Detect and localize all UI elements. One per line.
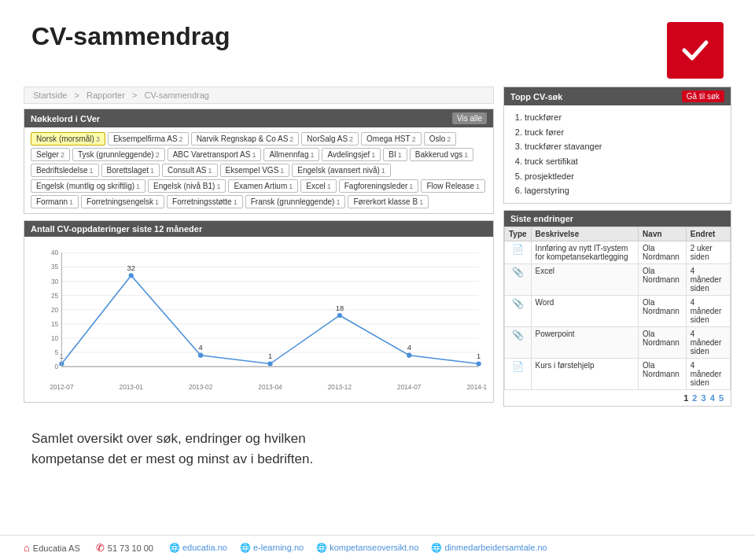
top-cv-item[interactable]: truckfører stavanger	[525, 139, 723, 154]
paperclip-icon: 📎	[512, 267, 524, 278]
keyword-tag[interactable]: Omega HST 2	[361, 132, 422, 146]
top-cv-item[interactable]: truckfører	[525, 110, 723, 125]
row-type-icon: 📄	[505, 359, 532, 390]
row-description: Powerpoint	[531, 327, 638, 359]
keyword-tag[interactable]: Bedriftsledelse 1	[31, 164, 99, 177]
pagination-page-2[interactable]: 2	[692, 393, 697, 403]
keyword-badge: 1	[280, 167, 284, 175]
chart-svg: 403530252015105012012-07322013-0142013-0…	[31, 243, 487, 392]
keyword-tag[interactable]: Forretningsengelsk 1	[81, 195, 164, 208]
keyword-tag[interactable]: Avdelingsjef 1	[322, 148, 381, 161]
keyword-tag[interactable]: Allmennfag 1	[263, 148, 319, 161]
keyword-badge: 1	[136, 182, 140, 190]
keyword-tag[interactable]: BI 1	[383, 148, 407, 161]
pagination-page-3[interactable]: 3	[702, 393, 706, 403]
keyword-tag[interactable]: Engelsk (muntlig og skriftlig) 1	[31, 179, 145, 193]
keyword-tag[interactable]: Selger 2	[31, 148, 70, 161]
footer-company: ⌂ Educatia AS	[24, 542, 80, 554]
keyword-badge: 3	[96, 135, 100, 143]
keyword-badge: 1	[398, 151, 402, 159]
keyword-tag[interactable]: Tysk (grunnleggende) 2	[72, 148, 165, 161]
footer-link-text: e-learning.no	[253, 543, 304, 552]
row-endret: 4 måneder siden	[686, 327, 730, 359]
footer-link[interactable]: 🌐 educatia.no	[169, 543, 227, 553]
changes-section-header: Siste endringer	[504, 211, 731, 227]
changes-col-header: Type	[505, 227, 532, 241]
keyword-badge: 1	[371, 151, 375, 159]
breadcrumb-cv[interactable]: CV-sammendrag	[144, 90, 209, 100]
keyword-badge: 1	[381, 167, 385, 175]
breadcrumb-rapporter[interactable]: Rapporter	[87, 90, 125, 100]
svg-point-31	[337, 313, 342, 318]
top-cv-item[interactable]: prosjektleder	[525, 169, 723, 184]
keyword-tag[interactable]: Narvik Regnskap & Co AS 2	[191, 132, 300, 146]
keywords-section: Nøkkelord i CVer Vis alle Norsk (morsmål…	[24, 109, 494, 214]
keyword-badge: 1	[419, 198, 423, 206]
top-cv-item[interactable]: lagerstyring	[525, 183, 723, 198]
keyword-tag[interactable]: Fagforeningsleder 1	[339, 179, 419, 193]
keyword-tag[interactable]: Excel 1	[300, 179, 336, 193]
paperclip-icon: 📎	[512, 298, 524, 309]
keyword-tag[interactable]: Bakkerud vgs 1	[410, 148, 474, 161]
row-endret: 4 måneder siden	[686, 359, 730, 390]
vis-alle-button[interactable]: Vis alle	[452, 112, 487, 124]
keyword-tag[interactable]: Forretningsstøtte 1	[167, 195, 243, 208]
footer-link[interactable]: 🌐 kompetanseoversikt.no	[316, 543, 418, 553]
top-cv-item[interactable]: truck fører	[525, 125, 723, 140]
ga-til-sok-button[interactable]: Gå til søk	[682, 90, 724, 102]
keyword-tag[interactable]: Borettslaget 1	[101, 164, 160, 177]
keyword-tag[interactable]: Examen Artium 1	[228, 179, 298, 193]
keyword-badge: 1	[234, 198, 238, 206]
row-navn: Ola Nordmann	[639, 264, 687, 296]
top-cv-item[interactable]: truck sertifikat	[525, 154, 723, 169]
pagination-page-5[interactable]: 5	[719, 393, 724, 403]
changes-col-header: Navn	[639, 227, 687, 241]
svg-point-22	[129, 273, 134, 278]
keyword-tag[interactable]: Engelsk (avansert nivå) 1	[292, 164, 391, 177]
building-icon: ⌂	[24, 542, 30, 554]
row-navn: Ola Nordmann	[639, 296, 687, 327]
keyword-tag[interactable]: Formann 1	[31, 195, 79, 208]
page-title: CV-sammendrag	[31, 22, 230, 51]
chart-section-title: Antall CV-oppdateringer siste 12 måneder	[24, 221, 493, 237]
row-type-icon: 📎	[505, 327, 532, 359]
main-content: Startside > Rapporter > CV-sammendrag Nø…	[0, 87, 755, 413]
keyword-tag[interactable]: Consult AS 1	[162, 164, 218, 177]
keyword-tag[interactable]: Oslo 2	[424, 132, 457, 146]
svg-text:10: 10	[51, 335, 59, 342]
keywords-section-title: Nøkkelord i CVer	[31, 114, 100, 123]
row-navn: Ola Nordmann	[639, 327, 687, 359]
footer-link[interactable]: 🌐 e-learning.no	[240, 543, 304, 553]
keyword-tag[interactable]: Flow Release 1	[421, 179, 485, 193]
keyword-badge: 2	[289, 135, 293, 143]
top-cv-title: Topp CV-søk	[510, 92, 562, 101]
svg-text:2013-01: 2013-01	[120, 384, 144, 391]
globe-icon: 🌐	[240, 543, 253, 552]
footer-phone: ✆ 51 73 10 00	[96, 542, 153, 554]
pagination-page-4[interactable]: 4	[710, 393, 715, 403]
keyword-tag[interactable]: Eksempel VGS 1	[220, 164, 290, 177]
keyword-badge: 1	[69, 198, 73, 206]
svg-text:20: 20	[51, 307, 59, 314]
bottom-line1: Samlet oversikt over søk, endringer og h…	[31, 429, 724, 449]
keyword-tag[interactable]: ABC Varetransport AS 1	[168, 148, 262, 161]
svg-text:25: 25	[51, 293, 59, 300]
footer-link[interactable]: 🌐 dinmedarbeidersamtale.no	[431, 543, 547, 553]
changes-section: Siste endringer TypeBeskrivelseNavnEndre…	[503, 210, 731, 407]
keyword-tag[interactable]: Norsk (morsmål) 3	[31, 132, 105, 146]
document-icon: 📄	[512, 361, 524, 372]
svg-text:5: 5	[55, 349, 59, 356]
pagination: 1 2 3 4 5	[504, 390, 731, 406]
keyword-tag[interactable]: Engelsk (nivå B1) 1	[148, 179, 226, 193]
keyword-badge: 1	[90, 167, 94, 175]
keyword-tag[interactable]: NorSalg AS 2	[301, 132, 359, 146]
pagination-page-1[interactable]: 1	[683, 393, 688, 403]
breadcrumb-startside[interactable]: Startside	[33, 90, 67, 100]
phone-icon: ✆	[96, 542, 105, 554]
keyword-tag[interactable]: Eksempelfirma AS 2	[108, 132, 189, 146]
keyword-tag[interactable]: Fransk (grunnleggende) 1	[245, 195, 346, 208]
keyword-tag[interactable]: Førerkort klasse B 1	[348, 195, 429, 208]
svg-text:40: 40	[51, 249, 59, 256]
changes-table: TypeBeskrivelseNavnEndret 📄Innføring av …	[504, 227, 731, 390]
logo-box	[667, 22, 724, 79]
